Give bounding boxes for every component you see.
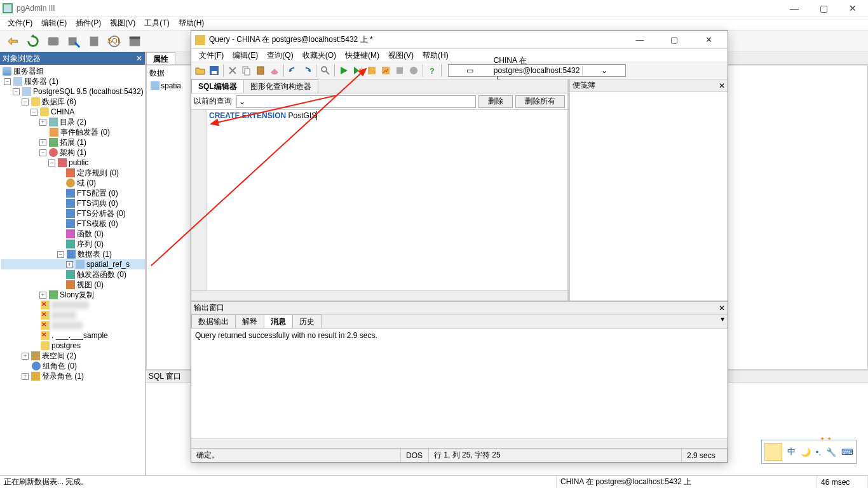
scratchpad-close-icon[interactable]: ✕ xyxy=(719,81,725,90)
tree-db-sample[interactable]: . ___.___sample xyxy=(51,331,108,340)
toggle-icon[interactable]: + xyxy=(22,353,29,360)
tab-explain[interactable]: 解释 xyxy=(235,315,264,328)
tree-db-postgres[interactable]: postgres xyxy=(51,341,81,350)
tree-db-blurred-2[interactable] xyxy=(51,311,76,319)
sql-text-area[interactable]: CREATE EXTENSION PostGIS xyxy=(207,110,567,290)
menu-tools[interactable]: 工具(T) xyxy=(140,17,173,30)
tree-tablespaces[interactable]: 表空间 (2) xyxy=(41,351,76,362)
sql-editor[interactable]: CREATE EXTENSION PostGIS xyxy=(191,110,567,290)
ime-mode-button[interactable]: 🌙 xyxy=(798,447,813,457)
tree-fts-parser[interactable]: FTS分析器 (0) xyxy=(76,208,126,219)
tree-login-roles[interactable]: 登录角色 (1) xyxy=(41,371,84,382)
output-messages-body[interactable]: Query returned successfully with no resu… xyxy=(191,329,728,438)
tree-domains[interactable]: 域 (0) xyxy=(76,178,96,189)
tree-databases[interactable]: 数据库 (6) xyxy=(41,97,76,107)
q-menu-file[interactable]: 文件(F) xyxy=(195,50,227,62)
delete-all-button[interactable]: 删除所有 xyxy=(515,95,565,108)
query-titlebar[interactable]: Query - CHINA 在 postgres@localhost:5432 … xyxy=(191,31,728,49)
q-menu-query[interactable]: 查询(Q) xyxy=(263,50,297,62)
editor-horizontal-scrollbar[interactable] xyxy=(191,290,567,301)
connect-icon[interactable] xyxy=(4,32,22,50)
ime-logo-icon[interactable] xyxy=(764,443,782,461)
tree-spatial-ref-sys[interactable]: spatial_ref_s xyxy=(86,260,130,269)
copy-icon[interactable] xyxy=(240,64,253,77)
tree-server[interactable]: PostgreSQL 9.5 (localhost:5432) xyxy=(32,87,144,96)
execute-icon[interactable] xyxy=(337,64,350,77)
refresh-icon[interactable] xyxy=(24,32,42,50)
tree-fts-dict[interactable]: FTS词典 (0) xyxy=(76,198,118,209)
minimize-button[interactable]: — xyxy=(785,3,803,13)
explain-analyze-icon[interactable] xyxy=(379,64,392,77)
cancel-icon[interactable] xyxy=(393,64,406,77)
query-close-button[interactable]: ✕ xyxy=(697,35,720,44)
toggle-icon[interactable]: + xyxy=(66,261,73,268)
delete-button[interactable]: 删除 xyxy=(478,95,513,108)
toggle-icon[interactable]: − xyxy=(48,159,55,166)
prev-queries-dropdown[interactable]: ⌄ xyxy=(236,95,476,108)
paste-icon[interactable] xyxy=(254,64,267,77)
chevron-down-icon[interactable]: ⌄ xyxy=(236,97,247,106)
output-tab-menu-icon[interactable]: ▾ xyxy=(717,315,728,328)
help-icon[interactable]: ? xyxy=(426,64,438,77)
query-minimize-button[interactable]: — xyxy=(628,35,651,44)
tree-slony[interactable]: Slony复制 xyxy=(59,290,94,301)
toggle-icon[interactable]: − xyxy=(31,109,37,116)
menu-view[interactable]: 视图(V) xyxy=(106,17,139,30)
undo-icon[interactable] xyxy=(287,64,299,77)
properties-icon[interactable] xyxy=(44,32,62,50)
props-spatial-item[interactable]: spatia xyxy=(161,81,181,90)
toggle-icon[interactable]: − xyxy=(22,98,29,105)
ime-toolbar[interactable]: ✦ ✦ 中 🌙 •, 🔧 ⌨ xyxy=(761,440,857,464)
menu-edit[interactable]: 编辑(E) xyxy=(37,17,71,30)
tree-db-blurred-1[interactable] xyxy=(51,301,89,309)
menu-plugins[interactable]: 插件(P) xyxy=(72,17,105,30)
q-menu-edit[interactable]: 编辑(E) xyxy=(229,50,262,62)
object-browser-close-icon[interactable]: ✕ xyxy=(136,54,142,63)
q-menu-macros[interactable]: 快捷键(M) xyxy=(341,50,383,62)
output-close-icon[interactable]: ✕ xyxy=(719,304,725,313)
q-menu-favorites[interactable]: 收藏夹(O) xyxy=(299,50,340,62)
tree-servers[interactable]: 服务器 (1) xyxy=(24,76,58,87)
menu-file[interactable]: 文件(F) xyxy=(4,17,36,30)
tree-group-roles[interactable]: 组角色 (0) xyxy=(42,361,77,372)
tab-data-output[interactable]: 数据输出 xyxy=(191,315,236,328)
cut-icon[interactable] xyxy=(226,64,239,77)
view-data-icon[interactable] xyxy=(126,32,144,50)
ime-keyboard-button[interactable]: ⌨ xyxy=(839,447,856,457)
scratchpad-body[interactable] xyxy=(570,92,728,301)
ime-lang-button[interactable]: 中 xyxy=(785,446,798,458)
clear-icon[interactable] xyxy=(268,64,281,77)
tab-history[interactable]: 历史 xyxy=(292,315,322,328)
tree-public[interactable]: public xyxy=(68,158,88,167)
find-icon[interactable] xyxy=(319,64,332,77)
tree-trigger-funcs[interactable]: 触发器函数 (0) xyxy=(76,269,126,280)
tree-server-group[interactable]: 服务器组 xyxy=(13,66,44,77)
tree-catalogs[interactable]: 目录 (2) xyxy=(59,117,86,128)
object-tree[interactable]: 服务器组 −服务器 (1) −PostgreSQL 9.5 (localhost… xyxy=(0,65,145,475)
q-menu-view[interactable]: 视图(V) xyxy=(384,50,417,62)
tree-tables[interactable]: 数据表 (1) xyxy=(77,249,112,260)
tree-schemas[interactable]: 架构 (1) xyxy=(59,147,86,158)
tab-sql-editor[interactable]: SQL编辑器 xyxy=(191,79,244,93)
drop-icon[interactable] xyxy=(85,32,103,50)
open-icon[interactable] xyxy=(194,64,207,77)
tab-properties[interactable]: 属性 xyxy=(146,52,175,64)
toggle-icon[interactable]: − xyxy=(13,88,20,95)
q-menu-help[interactable]: 帮助(H) xyxy=(419,50,452,62)
execute-pgscript-icon[interactable]: pg xyxy=(351,64,364,77)
toggle-icon[interactable]: − xyxy=(57,251,64,258)
toggle-icon[interactable]: + xyxy=(39,292,46,299)
redo-icon[interactable] xyxy=(301,64,313,77)
tree-sequences[interactable]: 序列 (0) xyxy=(76,239,104,250)
create-icon[interactable] xyxy=(65,32,83,50)
connection-dropdown[interactable]: ▭ CHINA 在 postgres@localhost:5432 上 ⌄ xyxy=(448,64,626,77)
tree-fts-config[interactable]: FTS配置 (0) xyxy=(76,188,118,199)
close-button[interactable]: ✕ xyxy=(844,3,862,13)
tree-collations[interactable]: 定序规则 (0) xyxy=(76,168,119,179)
tab-messages[interactable]: 消息 xyxy=(264,315,293,328)
output-horizontal-scrollbar[interactable] xyxy=(191,438,728,448)
menu-help[interactable]: 帮助(H) xyxy=(175,17,208,30)
tab-graphical-builder[interactable]: 图形化查询构造器 xyxy=(243,79,318,93)
ime-punct-button[interactable]: •, xyxy=(813,447,824,457)
ime-settings-button[interactable]: 🔧 xyxy=(824,447,839,457)
